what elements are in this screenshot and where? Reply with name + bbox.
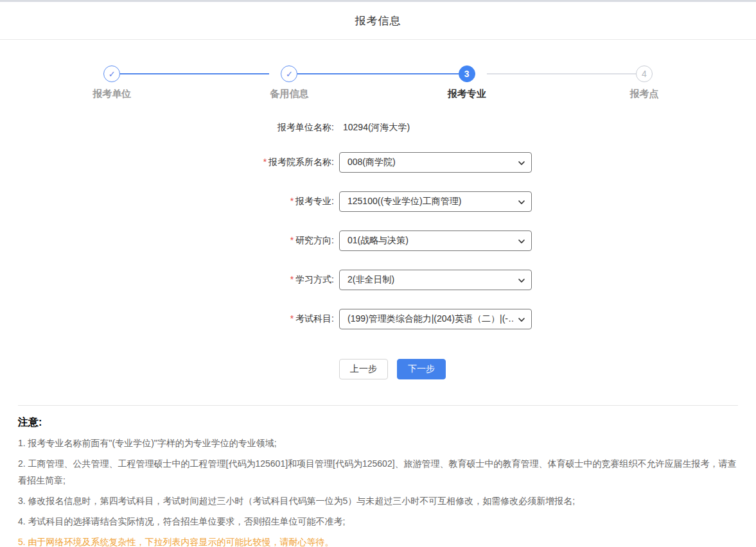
step-number: 3 [459, 65, 475, 82]
step-beiyong-xinxi: ✓ 备用信息 [200, 65, 378, 100]
next-step-button[interactable]: 下一步 [397, 359, 446, 379]
form-row-unit-name: 报考单位名称: 10294(河海大学) [0, 122, 756, 134]
step-label: 报考单位 [92, 88, 131, 100]
form-row-exam-subjects: *考试科目: (199)管理类综合能力|(204)英语（二）|(-… [0, 309, 756, 329]
exam-subjects-label-text: 考试科目: [295, 313, 334, 324]
step-baokao-danwei: ✓ 报考单位 [23, 65, 200, 100]
exam-subjects-select-value: (199)管理类综合能力|(204)英语（二）|(-… [347, 313, 513, 325]
study-mode-label-text: 学习方式: [295, 274, 334, 284]
required-asterisk: * [290, 196, 294, 206]
check-icon: ✓ [281, 65, 297, 82]
stepper: ✓ 报考单位 ✓ 备用信息 3 报考专业 4 报考点 [0, 65, 756, 100]
form-row-department: *报考院系所名称: 008(商学院) [0, 152, 756, 173]
chevron-down-icon [518, 316, 525, 324]
major-label: *报考专业: [0, 196, 339, 207]
step-number: 4 [636, 65, 653, 82]
notes-heading: 注意: [18, 416, 738, 430]
note-item-1: 1. 报考专业名称前面有"(专业学位)"字样的为专业学位的专业领域; [18, 435, 738, 451]
step-baokao-zhuanye: 3 报考专业 [378, 65, 556, 100]
research-direction-select[interactable]: 01(战略与决策) [339, 230, 532, 251]
study-mode-label: *学习方式: [0, 274, 339, 286]
application-form: 报考单位名称: 10294(河海大学) *报考院系所名称: 008(商学院) *… [0, 122, 756, 379]
note-item-4: 4. 考试科目的选择请结合实际情况，符合招生单位要求，否则招生单位可能不准考; [18, 513, 738, 530]
research-direction-label-text: 研究方向: [295, 235, 334, 245]
study-mode-select-value: 2(非全日制) [347, 274, 394, 286]
step-label: 报考点 [629, 88, 658, 100]
department-select-value: 008(商学院) [347, 157, 396, 168]
step-label: 备用信息 [270, 88, 308, 100]
note-item-2: 2. 工商管理、公共管理、工程管理硕士中的工程管理[代码为125601]和项目管… [18, 455, 738, 489]
note-item-5: 5. 由于网络环境及系统复杂性，下拉列表内容显示的可能比较慢，请耐心等待。 [18, 534, 738, 547]
major-select-value: 125100((专业学位)工商管理) [347, 196, 461, 207]
page-title: 报考信息 [355, 13, 401, 28]
form-buttons: 上一步 下一步 [339, 359, 756, 379]
step-label: 报考专业 [448, 88, 486, 100]
chevron-down-icon [518, 159, 525, 167]
note-item-3: 3. 修改报名信息时，第四考试科目，考试时间超过三小时（考试科目代码第一位为5）… [18, 492, 738, 509]
unit-name-label: 报考单位名称: [0, 122, 339, 134]
exam-subjects-label: *考试科目: [0, 313, 339, 325]
department-label: *报考院系所名称: [0, 157, 339, 168]
department-select[interactable]: 008(商学院) [339, 152, 532, 173]
research-direction-select-value: 01(战略与决策) [347, 235, 409, 247]
check-icon: ✓ [103, 65, 120, 82]
form-row-study-mode: *学习方式: 2(非全日制) [0, 270, 756, 290]
department-label-text: 报考院系所名称: [268, 157, 334, 167]
research-direction-label: *研究方向: [0, 235, 339, 247]
form-row-major: *报考专业: 125100((专业学位)工商管理) [0, 191, 756, 212]
required-asterisk: * [290, 313, 294, 324]
notes-section: 注意: 1. 报考专业名称前面有"(专业学位)"字样的为专业学位的专业领域; 2… [0, 406, 756, 547]
study-mode-select[interactable]: 2(非全日制) [339, 270, 532, 290]
form-row-research-direction: *研究方向: 01(战略与决策) [0, 230, 756, 251]
exam-subjects-select[interactable]: (199)管理类综合能力|(204)英语（二）|(-… [339, 309, 532, 329]
unit-name-value: 10294(河海大学) [339, 122, 410, 134]
major-label-text: 报考专业: [295, 196, 334, 206]
required-asterisk: * [290, 274, 294, 284]
chevron-down-icon [518, 198, 525, 206]
chevron-down-icon [518, 238, 525, 245]
chevron-down-icon [518, 277, 525, 284]
required-asterisk: * [290, 235, 294, 245]
page-header: 报考信息 [0, 0, 756, 40]
required-asterisk: * [263, 157, 267, 167]
major-select[interactable]: 125100((专业学位)工商管理) [339, 191, 532, 212]
previous-step-button[interactable]: 上一步 [339, 359, 388, 379]
step-baokao-dian: 4 报考点 [556, 65, 733, 100]
